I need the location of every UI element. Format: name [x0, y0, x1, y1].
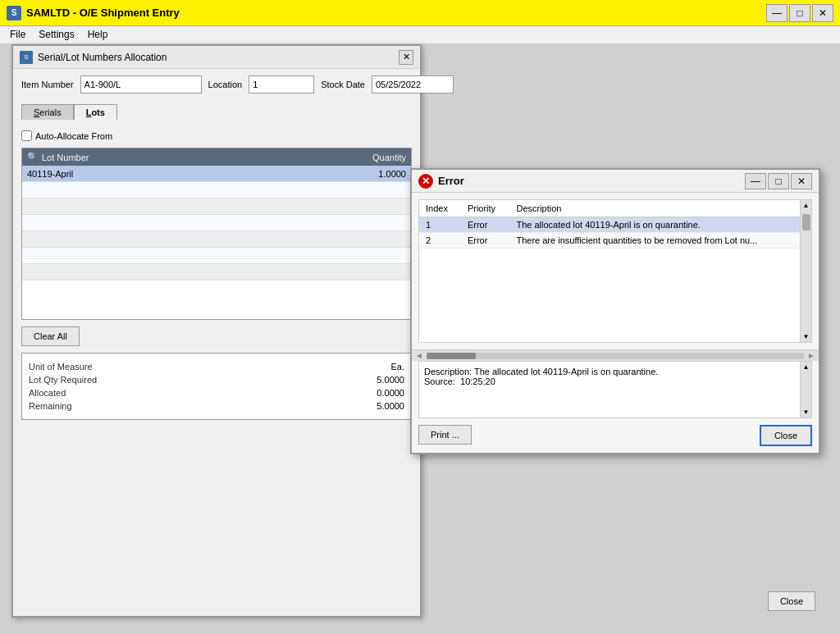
desc-scroll-down[interactable]: ▼: [801, 407, 811, 417]
table-row[interactable]: [22, 182, 411, 198]
unit-of-measure-label: Unit of Measure: [29, 362, 93, 372]
priority-cell: Error: [461, 217, 510, 233]
allocation-bottom-close-button[interactable]: Close: [768, 591, 815, 611]
info-section: Unit of Measure Ea. Lot Qty Required 5.0…: [21, 353, 412, 420]
error-title-bar: ✕ Error — □ ✕: [412, 170, 819, 193]
error-dialog: ✕ Error — □ ✕ Index Priority Description…: [410, 168, 820, 454]
close-button[interactable]: ✕: [812, 4, 833, 22]
allocation-window: S Serial/Lot Numbers Allocation ✕ Item N…: [11, 44, 422, 618]
item-number-input[interactable]: [80, 75, 202, 94]
tabs-container: Serials Lots: [13, 100, 420, 119]
lot-qty-required-row: Lot Qty Required 5.0000: [29, 373, 404, 386]
horizontal-scrollbar[interactable]: ◄ ►: [412, 349, 819, 361]
app-icon: S: [7, 6, 21, 21]
auto-allocate-checkbox[interactable]: [21, 130, 32, 141]
print-button[interactable]: Print ...: [418, 425, 472, 445]
tab-content: Auto-Allocate From 🔍 Lot Number Quantity…: [13, 119, 420, 428]
tab-serials[interactable]: Serials: [21, 104, 74, 120]
priority-cell: Error: [461, 233, 510, 249]
desc-scrollbar[interactable]: ▲ ▼: [800, 362, 811, 417]
scroll-up-arrow[interactable]: ▲: [801, 200, 811, 211]
scroll-thumb: [427, 353, 476, 359]
remaining-label: Remaining: [29, 401, 72, 411]
desc-scroll-up[interactable]: ▲: [801, 362, 811, 372]
table-row[interactable]: [22, 248, 411, 264]
tab-lots[interactable]: Lots: [74, 104, 117, 120]
title-bar-left: S SAMLTD - O/E Shipment Entry: [7, 6, 180, 21]
stock-date-input[interactable]: [372, 75, 454, 94]
form-row: Item Number Location Stock Date: [13, 69, 420, 100]
allocation-bottom-bar: Close: [768, 591, 815, 611]
table-row[interactable]: [22, 231, 411, 248]
index-cell: 2: [419, 233, 461, 249]
table-row[interactable]: [22, 198, 411, 215]
remaining-value: 5.0000: [377, 401, 404, 411]
search-icon: 🔍: [27, 152, 39, 162]
col-lot-number: Lot Number: [42, 153, 329, 162]
scroll-down-arrow[interactable]: ▼: [801, 331, 811, 342]
unit-of-measure-value: Ea.: [390, 362, 404, 372]
col-index-header: Index: [419, 200, 461, 217]
error-close-button[interactable]: ✕: [791, 173, 812, 189]
lot-qty-required-label: Lot Qty Required: [29, 375, 97, 385]
auto-allocate-row: Auto-Allocate From: [21, 127, 412, 148]
description-cell: There are insufficient quantities to be …: [509, 233, 811, 249]
location-input[interactable]: [249, 75, 314, 94]
minimize-button[interactable]: —: [766, 4, 788, 22]
remaining-row: Remaining 5.0000: [29, 399, 404, 413]
col-priority-header: Priority: [461, 200, 510, 217]
error-minimize-button[interactable]: —: [745, 173, 766, 189]
menu-bar: File Settings Help: [0, 26, 840, 44]
index-cell: 1: [419, 217, 461, 233]
clear-all-button[interactable]: Clear All: [21, 326, 80, 346]
title-bar: S SAMLTD - O/E Shipment Entry — □ ✕: [0, 0, 840, 26]
col-quantity: Quantity: [332, 153, 406, 162]
allocated-label: Allocated: [29, 388, 66, 398]
allocation-title-bar: S Serial/Lot Numbers Allocation ✕: [13, 46, 420, 69]
error-table-container[interactable]: Index Priority Description 1 Error The a…: [418, 199, 812, 343]
error-maximize-button[interactable]: □: [768, 173, 789, 189]
allocation-title-left: S Serial/Lot Numbers Allocation: [20, 51, 167, 64]
error-icon: ✕: [418, 174, 433, 189]
scroll-left-arrow[interactable]: ◄: [415, 351, 423, 360]
error-title-text: Error: [438, 175, 464, 187]
description-cell: The allocated lot 40119-April is on quar…: [509, 217, 811, 233]
buttons-row: Clear All: [21, 326, 412, 346]
item-number-label: Item Number: [21, 80, 74, 89]
table-row[interactable]: [22, 264, 411, 281]
menu-file[interactable]: File: [3, 28, 32, 42]
title-bar-controls: — □ ✕: [766, 4, 833, 22]
allocated-row: Allocated 0.0000: [29, 386, 404, 399]
lot-qty-required-value: 5.0000: [377, 375, 404, 385]
auto-allocate-label: Auto-Allocate From: [35, 131, 112, 141]
allocation-close-btn[interactable]: ✕: [399, 50, 413, 65]
allocated-value: 0.0000: [377, 388, 404, 398]
table-row[interactable]: 2 Error There are insufficient quantitie…: [419, 233, 811, 249]
quantity-cell: 1.0000: [337, 167, 411, 180]
description-text: Description: The allocated lot 40119-Apr…: [424, 367, 806, 386]
maximize-button[interactable]: □: [789, 4, 810, 22]
menu-settings[interactable]: Settings: [32, 28, 80, 42]
lot-grid[interactable]: 🔍 Lot Number Quantity 40119-April 1.0000: [21, 148, 412, 320]
description-box: Description: The allocated lot 40119-Apr…: [418, 361, 812, 418]
col-description-header: Description: [509, 200, 811, 217]
stock-date-label: Stock Date: [321, 80, 365, 89]
table-row[interactable]: 1 Error The allocated lot 40119-April is…: [419, 217, 811, 233]
table-row[interactable]: 40119-April 1.0000: [22, 166, 411, 182]
menu-help[interactable]: Help: [81, 28, 115, 42]
close-button[interactable]: Close: [760, 425, 812, 446]
error-title-controls: — □ ✕: [745, 173, 812, 189]
scroll-thumb: [802, 214, 810, 230]
table-scrollbar[interactable]: ▲ ▼: [800, 200, 811, 342]
lot-number-cell: 40119-April: [22, 167, 337, 180]
error-dialog-buttons: Print ... Close: [412, 418, 819, 453]
table-row[interactable]: [22, 215, 411, 231]
allocation-title-text: Serial/Lot Numbers Allocation: [38, 52, 167, 63]
scroll-track: [427, 353, 804, 359]
app-title: SAMLTD - O/E Shipment Entry: [26, 7, 180, 19]
allocation-icon: S: [20, 51, 33, 64]
scroll-right-arrow[interactable]: ►: [807, 351, 815, 360]
error-table: Index Priority Description 1 Error The a…: [419, 200, 811, 249]
grid-header: 🔍 Lot Number Quantity: [22, 148, 411, 166]
location-label: Location: [208, 80, 243, 89]
